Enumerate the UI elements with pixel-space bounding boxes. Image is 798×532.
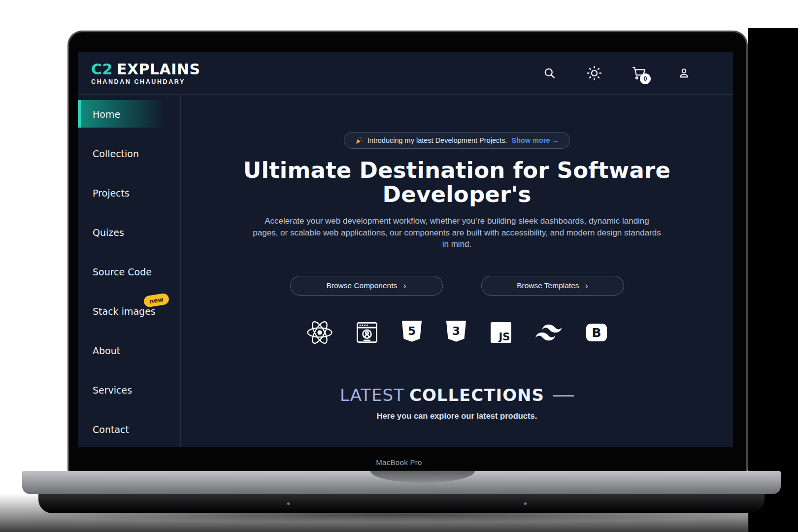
hero-description: Accelerate your web development workflow…: [252, 215, 663, 250]
laptop-underside: [38, 494, 765, 513]
sidebar-item-home[interactable]: Home: [78, 95, 180, 134]
logo-c2-mark: C2: [91, 61, 113, 78]
latest-collections-title: LATESTCOLLECTIONS: [340, 385, 574, 405]
cart-icon[interactable]: 0: [631, 66, 647, 81]
sidebar-item-quizes[interactable]: Quizes: [78, 213, 180, 252]
sidebar-item-contact[interactable]: Contact: [78, 410, 180, 447]
sidebar-item-stack-images[interactable]: Stack images new: [78, 292, 180, 331]
announcement-banner: Introducing my latest Development Projec…: [344, 132, 570, 149]
backdrop-black-panel: [748, 28, 798, 532]
javascript-icon: JS: [489, 321, 513, 344]
site-header: C2 EXPLAINS CHANDAN CHAUHDARY: [78, 52, 733, 95]
user-account-icon[interactable]: [676, 66, 692, 81]
webpage: C2 EXPLAINS CHANDAN CHAUHDARY: [78, 52, 733, 447]
sidebar-item-projects[interactable]: Projects: [78, 173, 180, 213]
sidebar-item-services[interactable]: Services: [78, 370, 180, 410]
announcement-text: Introducing my latest Development Projec…: [367, 136, 507, 144]
laptop-thumb-notch: [370, 471, 475, 483]
new-badge: new: [143, 293, 170, 308]
laptop-foot-dot: [524, 502, 527, 505]
theme-toggle-sun-icon[interactable]: [586, 66, 602, 81]
title-dash: [553, 395, 574, 397]
laptop-foot-dot: [287, 502, 290, 505]
chevron-right-icon: ›: [585, 281, 588, 290]
mockup-stage: MacBook Pro C2 EXPLAINS CHANDAN CHAUHDAR…: [0, 0, 798, 532]
tech-stack-row: 5 3 JS: [306, 320, 608, 345]
bootstrap-icon: B: [585, 321, 608, 344]
browse-templates-button[interactable]: Browse Templates ›: [481, 276, 624, 296]
party-popper-icon: [355, 136, 363, 145]
device-label: MacBook Pro: [0, 458, 798, 466]
laptop-base: [22, 471, 781, 494]
react-icon: [306, 320, 333, 345]
sidebar-nav: Home Collection Projects Quizes Source C…: [78, 95, 181, 447]
cart-count-badge: 0: [640, 73, 651, 84]
hero-section: Introducing my latest Development Projec…: [181, 95, 733, 447]
show-more-link[interactable]: Show more →: [512, 136, 560, 144]
html5-icon: 5: [400, 320, 423, 345]
browse-components-button[interactable]: Browse Components ›: [290, 276, 443, 296]
hero-buttons: Browse Components › Browse Templates ›: [290, 276, 624, 296]
svg-text:5: 5: [407, 324, 415, 337]
sidebar-item-source-code[interactable]: Source Code: [78, 252, 180, 292]
sidebar-item-collection[interactable]: Collection: [78, 134, 180, 173]
css3-icon: 3: [445, 320, 467, 345]
sidebar-item-about[interactable]: About: [78, 331, 180, 370]
header-actions: 0: [541, 52, 733, 95]
hero-title: Ultimate Destination for Software Develo…: [243, 158, 670, 206]
profile-window-icon: [355, 321, 379, 344]
site-logo[interactable]: C2 EXPLAINS CHANDAN CHAUHDARY: [91, 61, 200, 85]
logo-wordmark: EXPLAINS: [117, 61, 200, 78]
svg-text:JS: JS: [498, 331, 510, 343]
svg-text:B: B: [592, 326, 601, 340]
chevron-right-icon: ›: [403, 281, 406, 290]
tailwind-icon: [534, 324, 563, 341]
search-icon[interactable]: [541, 66, 557, 81]
logo-subtitle: CHANDAN CHAUHDARY: [91, 78, 200, 85]
svg-text:3: 3: [452, 324, 460, 337]
latest-collections-subtitle: Here you can explore our latest products…: [377, 411, 537, 421]
